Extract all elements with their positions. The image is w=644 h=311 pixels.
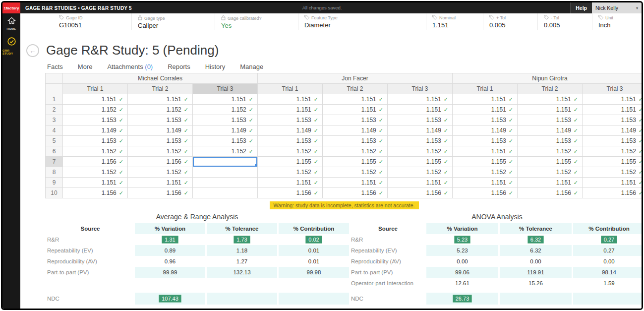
measurement-cell[interactable]: 1.156✓ bbox=[323, 188, 388, 198]
measurement-cell[interactable]: 1.151✓ bbox=[453, 146, 518, 157]
measurement-cell[interactable]: 1.155✓ bbox=[518, 157, 583, 167]
measurement-cell[interactable]: 1.153✓ bbox=[323, 115, 388, 125]
measurement-cell[interactable]: 1.153✓ bbox=[63, 136, 128, 146]
measurement-cell[interactable]: 1.152✓ bbox=[388, 146, 453, 157]
back-button[interactable]: ← bbox=[26, 44, 39, 57]
measurement-cell[interactable]: 1.152✓ bbox=[258, 167, 323, 178]
measurement-cell[interactable]: 1.152✓ bbox=[453, 167, 518, 178]
measurement-cell[interactable]: 1.153✓ bbox=[388, 115, 453, 125]
measurement-cell[interactable]: 1.151✓ bbox=[518, 178, 583, 188]
measurement-cell[interactable]: 1.151✓ bbox=[388, 178, 453, 188]
measurement-cell[interactable]: 1.153✓ bbox=[583, 136, 642, 146]
measurement-cell[interactable]: 1.155✓ bbox=[323, 157, 388, 167]
measurement-cell[interactable]: 1.149✓ bbox=[63, 125, 128, 136]
measurement-cell[interactable]: 1.153✓ bbox=[63, 115, 128, 125]
measurement-cell[interactable]: 1.151✓ bbox=[323, 105, 388, 115]
measurement-cell[interactable]: 1.155✓ bbox=[258, 157, 323, 167]
measurement-cell[interactable]: 1.151✓ bbox=[258, 94, 323, 105]
measurement-cell[interactable]: 1.152✓ bbox=[63, 105, 128, 115]
measurement-cell[interactable]: 1.152✓ bbox=[583, 146, 642, 157]
measurement-cell[interactable]: 1.156✓ bbox=[453, 188, 518, 198]
measurement-cell[interactable]: 1.156✓ bbox=[63, 157, 128, 167]
measurement-cell[interactable]: 1.155✓ bbox=[583, 157, 642, 167]
measurement-cell[interactable]: 1.149✓ bbox=[388, 125, 453, 136]
tab-more[interactable]: More bbox=[78, 63, 93, 70]
measurement-cell[interactable]: 1.151✓ bbox=[258, 178, 323, 188]
measurement-cell[interactable] bbox=[193, 157, 258, 167]
field-gage-id[interactable]: Gage IDG10051 bbox=[53, 13, 131, 30]
measurement-cell[interactable]: 1.151✓ bbox=[193, 94, 258, 105]
measurement-cell[interactable]: 1.152✓ bbox=[128, 146, 193, 157]
tab-history[interactable]: History bbox=[205, 63, 225, 70]
measurement-cell[interactable] bbox=[193, 188, 258, 198]
tab-attachments[interactable]: Attachments (0) bbox=[107, 63, 153, 70]
field-unit[interactable]: UnitInch bbox=[592, 13, 642, 30]
user-menu[interactable]: Nick Kelly ▾ bbox=[592, 2, 642, 13]
measurement-cell[interactable]: 1.152✓ bbox=[128, 105, 193, 115]
measurement-cell[interactable]: 1.151✓ bbox=[518, 105, 583, 115]
tab-facts[interactable]: Facts bbox=[47, 63, 63, 70]
measurement-cell[interactable]: 1.151✓ bbox=[128, 178, 193, 188]
measurement-cell[interactable]: 1.149✓ bbox=[193, 125, 258, 136]
measurement-cell[interactable]: 1.151✓ bbox=[453, 105, 518, 115]
measurement-cell[interactable]: 1.151✓ bbox=[453, 94, 518, 105]
measurement-cell[interactable]: 1.151✓ bbox=[323, 94, 388, 105]
measurement-cell[interactable]: 1.156✓ bbox=[258, 188, 323, 198]
measurement-cell[interactable]: 1.151✓ bbox=[518, 94, 583, 105]
measurement-cell[interactable]: 1.151✓ bbox=[583, 94, 642, 105]
measurement-cell[interactable]: 1.149✓ bbox=[583, 125, 642, 136]
measurement-cell[interactable]: 1.149✓ bbox=[258, 125, 323, 136]
brand-logo[interactable]: 1factory bbox=[2, 2, 20, 13]
measurement-cell[interactable]: 1.149✓ bbox=[323, 125, 388, 136]
measurement-cell[interactable]: 1.152✓ bbox=[128, 167, 193, 178]
tab-reports[interactable]: Reports bbox=[168, 63, 190, 70]
measurement-cell[interactable]: 1.156✓ bbox=[128, 188, 193, 198]
measurement-cell[interactable]: 1.153✓ bbox=[518, 136, 583, 146]
measurement-cell[interactable]: 1.152✓ bbox=[388, 167, 453, 178]
help-button[interactable]: Help bbox=[570, 2, 592, 13]
measurement-cell[interactable]: 1.152✓ bbox=[258, 146, 323, 157]
field-tol[interactable]: - Tol0.005 bbox=[537, 13, 592, 30]
field-tol[interactable]: + Tol0.005 bbox=[483, 13, 537, 30]
sidebar-item-home[interactable]: HOME bbox=[7, 17, 16, 30]
measurement-cell[interactable]: 1.152✓ bbox=[518, 167, 583, 178]
measurement-cell[interactable]: 1.152✓ bbox=[63, 167, 128, 178]
measurement-cell[interactable]: 1.149✓ bbox=[453, 125, 518, 136]
measurement-cell[interactable]: 1.151✓ bbox=[128, 94, 193, 105]
measurement-cell[interactable]: 1.156✓ bbox=[388, 188, 453, 198]
measurement-cell[interactable]: 1.153✓ bbox=[258, 115, 323, 125]
measurement-cell[interactable]: 1.152✓ bbox=[323, 167, 388, 178]
measurement-cell[interactable]: 1.153✓ bbox=[323, 136, 388, 146]
measurement-cell[interactable]: 1.155✓ bbox=[388, 157, 453, 167]
field-feature-type[interactable]: Feature TypeDiameter bbox=[298, 13, 426, 30]
measurement-cell[interactable]: 1.156✓ bbox=[128, 157, 193, 167]
measurement-cell[interactable]: 1.156✓ bbox=[63, 188, 128, 198]
measurement-cell[interactable]: 1.153✓ bbox=[193, 136, 258, 146]
measurement-cell[interactable]: 1.156✓ bbox=[518, 188, 583, 198]
measurement-cell[interactable]: 1.149✓ bbox=[518, 125, 583, 136]
measurement-cell[interactable]: 1.151✓ bbox=[583, 178, 642, 188]
measurement-cell[interactable]: 1.152✓ bbox=[518, 146, 583, 157]
measurement-cell[interactable]: 1.153✓ bbox=[388, 136, 453, 146]
measurement-cell[interactable]: 1.153✓ bbox=[128, 115, 193, 125]
sidebar-item-grr-study[interactable]: GRR STUDY bbox=[2, 37, 20, 55]
tab-manage[interactable]: Manage bbox=[240, 63, 263, 70]
measurement-cell[interactable]: 1.149✓ bbox=[128, 125, 193, 136]
measurement-cell[interactable]: 1.151✓ bbox=[388, 105, 453, 115]
measurement-cell[interactable]: 1.151✓ bbox=[583, 105, 642, 115]
measurement-cell[interactable] bbox=[193, 178, 258, 188]
selection-fill-handle[interactable] bbox=[255, 164, 258, 167]
field-nominal[interactable]: Nominal1.151 bbox=[426, 13, 483, 30]
measurement-cell[interactable]: 1.152✓ bbox=[63, 146, 128, 157]
measurement-cell[interactable]: 1.151✓ bbox=[453, 178, 518, 188]
measurement-cell[interactable]: 1.152✓ bbox=[193, 146, 258, 157]
measurement-cell[interactable]: 1.153✓ bbox=[193, 115, 258, 125]
measurement-cell[interactable]: 1.151✓ bbox=[388, 94, 453, 105]
measurement-cell[interactable]: 1.153✓ bbox=[453, 136, 518, 146]
measurement-cell[interactable]: 1.152✓ bbox=[583, 167, 642, 178]
measurement-cell[interactable]: 1.153✓ bbox=[453, 115, 518, 125]
measurement-cell[interactable]: 1.151✓ bbox=[323, 178, 388, 188]
measurement-cell[interactable]: 1.156✓ bbox=[583, 188, 642, 198]
measurement-cell[interactable]: 1.152✓ bbox=[193, 105, 258, 115]
measurement-cell[interactable]: 1.151✓ bbox=[63, 94, 128, 105]
